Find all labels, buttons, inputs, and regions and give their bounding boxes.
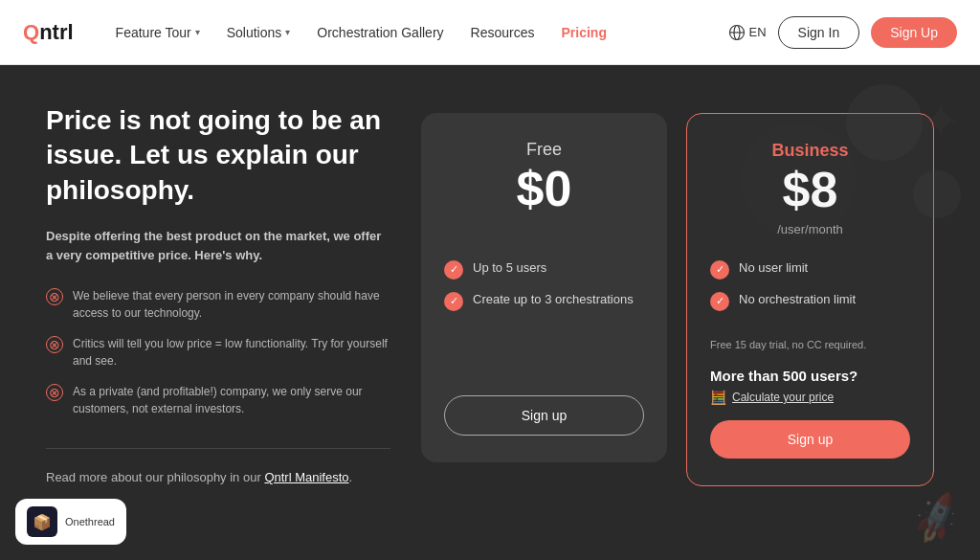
divider — [46, 448, 390, 449]
business-feature-1: ✓ No user limit — [710, 259, 910, 280]
rocket-icon: 🚀 — [906, 489, 967, 548]
hero-title: Price is not going to be an issue. Let u… — [46, 103, 390, 208]
business-plan-title: Business — [710, 141, 910, 161]
business-signup-button[interactable]: Sign up — [710, 420, 910, 459]
signup-button[interactable]: Sign Up — [871, 17, 957, 48]
hero-subtitle: Despite offering the best product on the… — [46, 227, 390, 264]
trial-text: Free 15 day trial, no CC required. — [710, 338, 910, 352]
calculate-price-link[interactable]: 🧮 Calculate your price — [710, 390, 910, 405]
reason-icon-1 — [46, 288, 63, 305]
free-plan-title: Free — [444, 140, 644, 160]
onethread-label: Onethread — [65, 516, 115, 527]
language-selector[interactable]: EN — [728, 24, 767, 41]
reason-text-1: We believe that every person in every co… — [73, 287, 390, 322]
free-features-list: ✓ Up to 5 users ✓ Create up to 3 orchest… — [444, 259, 644, 311]
onethread-logo: 📦 — [27, 506, 57, 537]
globe-icon — [728, 24, 746, 41]
logo[interactable]: Qntrl — [23, 20, 74, 45]
free-plan-card: Free $0 ✓ Up to 5 users ✓ Create up to 3… — [421, 113, 667, 462]
check-icon: ✓ — [710, 260, 729, 280]
check-icon: ✓ — [710, 292, 729, 311]
logo-q: Q — [23, 20, 39, 44]
chevron-down-icon: ▾ — [285, 27, 290, 37]
business-feature-2: ✓ No orchestration limit — [710, 291, 910, 311]
logo-text: Qntrl — [23, 20, 74, 45]
reason-item: Critics will tell you low price = low fu… — [46, 335, 390, 370]
free-feature-1: ✓ Up to 5 users — [444, 259, 644, 280]
business-plan-price: $8 — [710, 165, 910, 214]
reason-icon-3 — [46, 384, 63, 401]
nav-pricing[interactable]: Pricing — [550, 17, 618, 48]
main-content: ✦ Price is not going to be an issue. Let… — [0, 65, 980, 560]
reason-item: As a private (and profitable!) company, … — [46, 383, 390, 417]
navbar: Qntrl Feature Tour ▾ Solutions ▾ Orchest… — [0, 0, 980, 65]
nav-right: EN Sign In Sign Up — [728, 16, 957, 49]
free-signup-button[interactable]: Sign up — [444, 395, 644, 436]
nav-links: Feature Tour ▾ Solutions ▾ Orchestration… — [104, 17, 728, 48]
business-plan-card: Business $8 /user/month ✓ No user limit … — [686, 113, 934, 486]
check-icon: ✓ — [444, 292, 463, 311]
business-plan-period: /user/month — [710, 222, 910, 236]
pricing-cards: Free $0 ✓ Up to 5 users ✓ Create up to 3… — [421, 113, 934, 486]
logo-rest: ntrl — [39, 20, 73, 44]
onethread-badge: 📦 Onethread — [15, 499, 126, 545]
manifesto-text: Read more about our philosophy in our Qn… — [46, 468, 390, 488]
more-users-text: More than 500 users? — [710, 368, 910, 384]
reason-icon-2 — [46, 336, 63, 353]
reason-list: We believe that every person in every co… — [46, 287, 390, 417]
calculator-icon: 🧮 — [710, 390, 726, 405]
signin-button[interactable]: Sign In — [778, 16, 860, 49]
check-icon: ✓ — [444, 260, 463, 280]
nav-solutions[interactable]: Solutions ▾ — [215, 17, 302, 48]
nav-resources[interactable]: Resources — [459, 17, 546, 48]
chevron-down-icon: ▾ — [195, 27, 200, 37]
reason-item: We believe that every person in every co… — [46, 287, 390, 322]
nav-orchestration-gallery[interactable]: Orchestration Gallery — [305, 17, 455, 48]
business-features-list: ✓ No user limit ✓ No orchestration limit — [710, 259, 910, 311]
reason-text-2: Critics will tell you low price = low fu… — [73, 335, 390, 370]
left-column: Price is not going to be an issue. Let u… — [46, 103, 390, 488]
manifesto-link[interactable]: Qntrl Manifesto — [264, 470, 348, 484]
free-plan-price: $0 — [444, 164, 644, 213]
reason-text-3: As a private (and profitable!) company, … — [73, 383, 390, 417]
nav-feature-tour[interactable]: Feature Tour ▾ — [104, 17, 212, 48]
free-feature-2: ✓ Create up to 3 orchestrations — [444, 291, 644, 311]
